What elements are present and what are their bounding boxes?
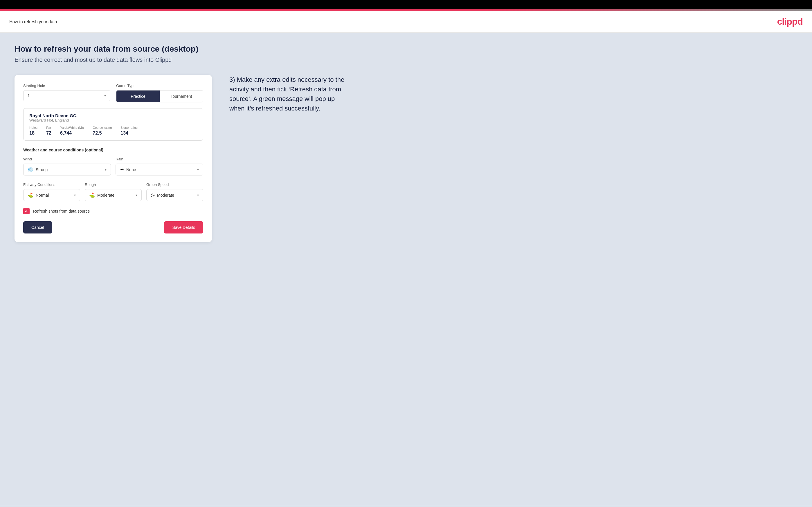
rough-icon: ⛳	[89, 192, 95, 198]
rough-value: Moderate	[97, 193, 136, 198]
course-rating-label: Course rating	[93, 126, 112, 129]
green-speed-value: Moderate	[157, 193, 197, 198]
refresh-checkbox[interactable]: ✓	[23, 208, 30, 214]
course-name: Royal North Devon GC,	[29, 113, 197, 118]
course-info-box: Royal North Devon GC, Westward Ho!, Engl…	[23, 108, 203, 141]
fairway-icon: ⛳	[28, 192, 33, 198]
side-note-text: 3) Make any extra edits necessary to the…	[230, 75, 346, 113]
game-type-group: Game Type Practice Tournament	[116, 83, 203, 102]
rain-select[interactable]: ☀ None ▾	[115, 164, 203, 175]
practice-button[interactable]: Practice	[116, 91, 160, 102]
game-type-toggle: Practice Tournament	[116, 90, 203, 102]
fairway-label: Fairway Conditions	[23, 182, 80, 187]
save-button[interactable]: Save Details	[164, 221, 203, 233]
side-note: 3) Make any extra edits necessary to the…	[230, 75, 346, 113]
rough-group: Rough ⛳ Moderate ▾	[85, 182, 142, 201]
fairway-group: Fairway Conditions ⛳ Normal ▾	[23, 182, 80, 201]
game-type-label: Game Type	[116, 83, 203, 88]
logo: clippd	[777, 16, 803, 27]
course-stats: Holes 18 Par 72 Yards/White (M)) 6,744 C…	[29, 126, 197, 136]
starting-hole-group: Starting Hole 1 ▾	[23, 83, 110, 102]
weather-section-title: Weather and course conditions (optional)	[23, 148, 203, 152]
rough-chevron-icon: ▾	[136, 193, 137, 197]
rough-select[interactable]: ⛳ Moderate ▾	[85, 189, 142, 201]
starting-hole-value: 1	[28, 94, 104, 98]
course-rating-value: 72.5	[93, 130, 112, 136]
content-area: Starting Hole 1 ▾ Game Type Practice Tou…	[14, 75, 798, 242]
green-speed-icon: ◎	[151, 192, 155, 198]
wind-select[interactable]: 💨 Strong ▾	[23, 164, 111, 175]
holes-stat: Holes 18	[29, 126, 38, 136]
par-stat: Par 72	[46, 126, 51, 136]
green-speed-select[interactable]: ◎ Moderate ▾	[146, 189, 203, 201]
top-bar	[0, 0, 812, 9]
rain-label: Rain	[115, 157, 203, 161]
conditions-row: Fairway Conditions ⛳ Normal ▾ Rough ⛳ Mo…	[23, 182, 203, 201]
wind-chevron-icon: ▾	[105, 168, 107, 172]
holes-label: Holes	[29, 126, 38, 129]
wind-value: Strong	[36, 167, 105, 172]
checkmark-icon: ✓	[25, 209, 28, 214]
yards-value: 6,744	[60, 130, 84, 136]
tournament-button[interactable]: Tournament	[160, 91, 203, 102]
starting-hole-label: Starting Hole	[23, 83, 110, 88]
refresh-label: Refresh shots from data source	[33, 209, 90, 214]
wind-icon: 💨	[28, 167, 33, 172]
rain-value: None	[126, 167, 197, 172]
fairway-chevron-icon: ▾	[74, 193, 76, 197]
rain-group: Rain ☀ None ▾	[115, 157, 203, 175]
course-rating-stat: Course rating 72.5	[93, 126, 112, 136]
chevron-down-icon: ▾	[104, 94, 106, 98]
top-strip	[0, 9, 812, 11]
wind-label: Wind	[23, 157, 111, 161]
footer: Copyright Clippd 2022	[0, 505, 812, 507]
par-label: Par	[46, 126, 51, 129]
par-value: 72	[46, 130, 51, 136]
green-speed-group: Green Speed ◎ Moderate ▾	[146, 182, 203, 201]
slope-rating-stat: Slope rating 134	[120, 126, 138, 136]
course-location: Westward Ho!, England	[29, 118, 197, 122]
slope-rating-value: 134	[120, 130, 138, 136]
wind-rain-row: Wind 💨 Strong ▾ Rain ☀ None ▾	[23, 157, 203, 175]
main-content: How to refresh your data from source (de…	[0, 33, 812, 505]
fairway-select[interactable]: ⛳ Normal ▾	[23, 189, 80, 201]
fairway-value: Normal	[36, 193, 74, 198]
form-panel: Starting Hole 1 ▾ Game Type Practice Tou…	[14, 75, 212, 242]
form-actions: Cancel Save Details	[23, 221, 203, 233]
rough-label: Rough	[85, 182, 142, 187]
rain-chevron-icon: ▾	[197, 168, 199, 172]
refresh-checkbox-row: ✓ Refresh shots from data source	[23, 208, 203, 214]
rain-icon: ☀	[120, 167, 124, 172]
wind-group: Wind 💨 Strong ▾	[23, 157, 111, 175]
holes-value: 18	[29, 130, 38, 136]
green-speed-label: Green Speed	[146, 182, 203, 187]
slope-rating-label: Slope rating	[120, 126, 138, 129]
cancel-button[interactable]: Cancel	[23, 221, 52, 233]
page-subheading: Ensure the correct and most up to date d…	[14, 57, 798, 63]
yards-label: Yards/White (M))	[60, 126, 84, 129]
header-title: How to refresh your data	[9, 19, 57, 24]
top-form-row: Starting Hole 1 ▾ Game Type Practice Tou…	[23, 83, 203, 102]
yards-stat: Yards/White (M)) 6,744	[60, 126, 84, 136]
page-heading: How to refresh your data from source (de…	[14, 44, 798, 54]
header: How to refresh your data clippd	[0, 11, 812, 33]
green-speed-chevron-icon: ▾	[197, 193, 199, 197]
starting-hole-select[interactable]: 1 ▾	[23, 90, 110, 101]
